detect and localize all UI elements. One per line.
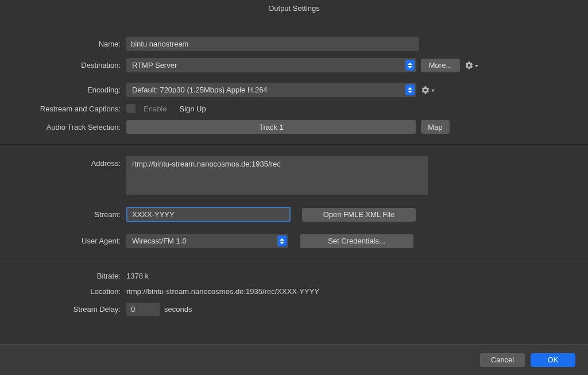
- cancel-button[interactable]: Cancel: [480, 353, 525, 367]
- encoding-label: Encoding:: [0, 86, 126, 94]
- connection-section: Address: Stream: Open FMLE XML File User…: [0, 144, 588, 260]
- enable-checkbox[interactable]: [126, 104, 136, 113]
- ok-button[interactable]: OK: [531, 353, 575, 367]
- stepper-icon: [405, 84, 415, 95]
- signup-link[interactable]: Sign Up: [179, 105, 206, 113]
- info-section: Bitrate: 1378 k Location: rtmp://bintu-s…: [0, 260, 588, 327]
- address-input[interactable]: [126, 156, 428, 195]
- encoding-select-value: Default: 720p30 (1.25Mbps) Apple H.264: [132, 86, 268, 94]
- useragent-select-value: Wirecast/FM 1.0: [132, 237, 187, 245]
- stepper-icon: [277, 235, 287, 246]
- map-button[interactable]: Map: [421, 120, 450, 134]
- enable-label: Enable: [144, 105, 167, 113]
- stream-label: Stream:: [0, 210, 126, 219]
- useragent-select[interactable]: Wirecast/FM 1.0: [126, 234, 288, 248]
- bitrate-value: 1378 k: [126, 272, 149, 280]
- stream-delay-input[interactable]: [126, 303, 160, 316]
- destination-label: Destination:: [0, 61, 126, 69]
- set-credentials-button[interactable]: Set Credentials...: [300, 234, 413, 248]
- gear-icon: [465, 61, 474, 70]
- destination-gear-menu[interactable]: [465, 61, 478, 70]
- location-value: rtmp://bintu-stream.nanocosmos.de:1935/r…: [126, 287, 319, 296]
- general-section: Name: Destination: RTMP Server More...: [0, 16, 588, 144]
- useragent-label: User Agent:: [0, 237, 126, 245]
- name-input[interactable]: [126, 37, 419, 51]
- track-select-button[interactable]: Track 1: [126, 120, 416, 134]
- encoding-select[interactable]: Default: 720p30 (1.25Mbps) Apple H.264: [126, 83, 416, 97]
- stream-input[interactable]: [126, 207, 291, 222]
- restream-label: Restream and Captions:: [0, 105, 126, 113]
- chevron-down-icon: [475, 65, 478, 67]
- more-button[interactable]: More...: [421, 59, 460, 72]
- delay-label: Stream Delay:: [0, 305, 126, 314]
- gear-icon: [421, 86, 430, 95]
- address-label: Address:: [0, 156, 126, 168]
- delay-unit: seconds: [164, 305, 192, 314]
- bitrate-label: Bitrate:: [0, 272, 126, 280]
- output-settings-window: Output Settings Name: Destination: RTMP …: [0, 0, 588, 375]
- window-title: Output Settings: [0, 0, 588, 16]
- open-fmle-button[interactable]: Open FMLE XML File: [302, 208, 416, 222]
- encoding-gear-menu[interactable]: [421, 86, 435, 95]
- chevron-down-icon: [431, 90, 435, 92]
- destination-select[interactable]: RTMP Server: [126, 58, 416, 72]
- stepper-icon: [405, 60, 415, 71]
- destination-select-value: RTMP Server: [132, 61, 177, 69]
- audiotrack-label: Audio Track Selection:: [0, 123, 126, 132]
- footer: Cancel OK: [0, 344, 588, 375]
- content-area: Name: Destination: RTMP Server More...: [0, 16, 588, 375]
- name-label: Name:: [0, 40, 126, 48]
- location-label: Location:: [0, 287, 126, 296]
